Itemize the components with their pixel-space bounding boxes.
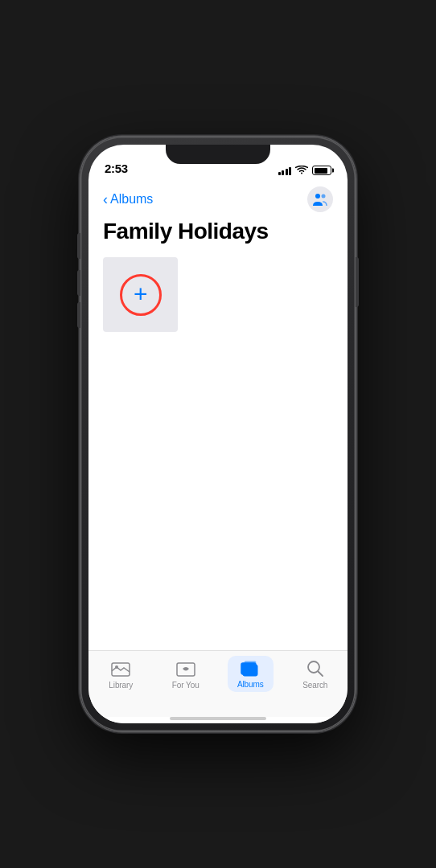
battery-icon: [312, 166, 331, 175]
back-button[interactable]: ‹ Albums: [103, 192, 153, 207]
add-circle-indicator: +: [120, 274, 162, 316]
albums-active-bg: Albums: [228, 656, 274, 692]
notch: [166, 145, 270, 164]
plus-icon: +: [134, 282, 148, 306]
svg-line-9: [318, 672, 323, 677]
people-icon: [312, 192, 328, 207]
search-tab-icon: [304, 659, 327, 678]
svg-rect-7: [245, 661, 256, 663]
people-icon-button[interactable]: [307, 186, 333, 212]
albums-tab-icon: [239, 659, 261, 678]
svg-point-1: [322, 194, 326, 199]
home-bar: [170, 717, 266, 720]
for-you-tab-label: For You: [172, 681, 199, 690]
tab-bar: Library For You: [88, 650, 348, 717]
for-you-tab-icon: [175, 659, 197, 678]
status-time: 2:53: [105, 162, 128, 175]
library-tab-label: Library: [109, 681, 133, 690]
signal-icon: [278, 166, 292, 175]
library-tab-icon: [109, 659, 132, 678]
svg-rect-6: [241, 663, 256, 674]
phone-screen: 2:53: [88, 145, 348, 723]
main-content: Family Holidays +: [88, 215, 348, 650]
tab-search[interactable]: Search: [283, 657, 348, 690]
wifi-icon: [295, 166, 308, 175]
navigation-bar: ‹ Albums: [88, 180, 348, 215]
tab-for-you[interactable]: For You: [154, 657, 219, 690]
status-icons: [278, 166, 332, 175]
svg-point-3: [115, 665, 118, 669]
albums-tab-label: Albums: [237, 680, 264, 689]
back-chevron-icon: ‹: [103, 192, 108, 207]
page-title: Family Holidays: [103, 219, 333, 244]
add-photo-tile[interactable]: +: [103, 257, 178, 332]
phone-frame: 2:53: [80, 137, 356, 731]
tab-albums[interactable]: Albums: [218, 657, 283, 692]
tab-library[interactable]: Library: [88, 657, 154, 690]
photo-grid: +: [103, 257, 333, 332]
back-label: Albums: [110, 192, 153, 207]
svg-point-0: [315, 194, 320, 199]
search-tab-label: Search: [302, 681, 327, 690]
home-indicator: [88, 717, 348, 723]
